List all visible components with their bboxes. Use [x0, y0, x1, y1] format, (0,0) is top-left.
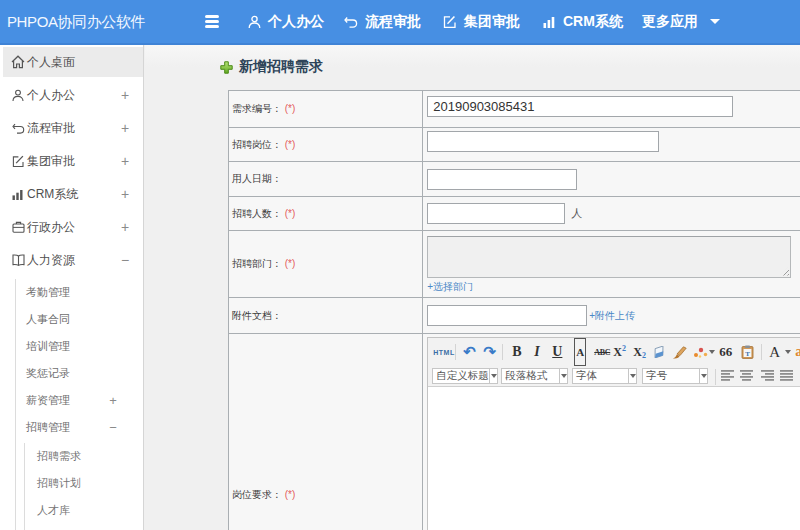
select-value: 段落格式 [502, 369, 559, 383]
sidebar-item-personal-desktop[interactable]: 个人桌面 [3, 47, 143, 77]
underline-icon[interactable]: U [552, 338, 562, 366]
sidebar-subitem-rewards[interactable]: 奖惩记录 [3, 360, 143, 387]
sidebar-item-label: 集团审批 [27, 153, 75, 170]
sidebar-subitem-hr-contract[interactable]: 人事合同 [3, 306, 143, 333]
attachment-upload-link[interactable]: +附件上传 [589, 309, 635, 323]
sidebar-subitem-recruitment[interactable]: 招聘管理 − [3, 414, 143, 441]
sidebar-subitem-attendance[interactable]: 考勤管理 [3, 279, 143, 306]
expand-minus-icon[interactable]: − [103, 420, 123, 435]
magicpen-icon[interactable] [693, 338, 708, 366]
topnav-label: 更多应用 [642, 13, 698, 31]
topnav-group-approval[interactable]: 集团审批 [443, 0, 520, 43]
required-mark: (*) [285, 258, 296, 269]
sidebar-subitem-recruit-demand[interactable]: 招聘需求 [3, 443, 143, 470]
select-department-link[interactable]: +选择部门 [427, 280, 473, 294]
expand-plus-icon[interactable]: + [115, 120, 135, 136]
align-right-icon[interactable] [761, 370, 774, 383]
align-center-icon[interactable] [740, 370, 753, 383]
sidebar-subitem-label: 考勤管理 [26, 285, 70, 300]
font-family-select[interactable]: 字体 [572, 368, 637, 384]
formatbrush-icon[interactable] [672, 338, 687, 366]
select-value: 字体 [573, 369, 628, 383]
headcount-input[interactable] [427, 203, 565, 224]
eraser-icon[interactable] [652, 338, 666, 366]
form-row-position: 招聘岗位： (*) [229, 128, 800, 162]
workflow-icon [344, 15, 358, 29]
html-source-button[interactable]: HTML [433, 338, 454, 366]
rich-text-editor: HTML ↶ ↷ B I U A ABC X2 [427, 337, 800, 530]
sidebar-item-admin-office[interactable]: 行政办公 + [3, 212, 143, 242]
italic-icon[interactable]: I [534, 338, 539, 366]
user-icon [248, 15, 261, 29]
redo-icon[interactable]: ↷ [483, 338, 496, 366]
phpoa-app: PHPOA协同办公软件 个人办公 流程审批 集团审批 [0, 0, 800, 530]
sidebar-item-human-resources[interactable]: 人力资源 − [3, 245, 143, 275]
form-value-cell [423, 128, 800, 162]
home-icon [10, 55, 26, 69]
user-icon [10, 89, 26, 102]
add-plus-icon [220, 61, 233, 74]
sidebar-subitem-label: 培训管理 [26, 339, 70, 354]
position-input[interactable] [427, 131, 659, 152]
sidebar-subitem-talent-pool[interactable]: 人才库 [3, 497, 143, 524]
fontcolor-icon[interactable]: A [769, 338, 780, 366]
form-row-department: 招聘部门： (*) +选择部门 [229, 231, 800, 298]
menu-toggle-icon[interactable] [205, 15, 219, 28]
field-label: 招聘人数： [232, 208, 282, 219]
editor-toolbar-row2: 自定义标题 段落格式 字体 [428, 366, 800, 387]
sidebar-subitem-salary[interactable]: 薪资管理 + [3, 387, 143, 414]
topnav-crm-system[interactable]: CRM系统 [543, 0, 623, 43]
form-label-cell: 用人日期： [229, 162, 423, 197]
editor-content-area[interactable] [428, 388, 800, 530]
fontborder-icon[interactable]: A [574, 338, 586, 366]
sidebar-subitem-recruit-plan[interactable]: 招聘计划 [3, 470, 143, 497]
undo-icon[interactable]: ↶ [463, 338, 476, 366]
sidebar-item-personal-office[interactable]: 个人办公 + [3, 80, 143, 110]
expand-plus-icon[interactable]: + [115, 186, 135, 202]
expand-minus-icon[interactable]: − [115, 252, 135, 268]
resize-grip-icon[interactable] [780, 267, 789, 276]
form-label-cell: 招聘人数： (*) [229, 197, 423, 231]
topnav-label: 流程审批 [365, 13, 421, 31]
font-size-select[interactable]: 字号 [642, 368, 708, 384]
subscript-icon[interactable]: X2 [633, 338, 646, 366]
required-mark: (*) [285, 489, 296, 500]
superscript-icon[interactable]: X2 [613, 338, 626, 366]
expand-plus-icon[interactable]: + [103, 393, 123, 408]
paste-icon[interactable]: T [741, 338, 754, 366]
briefcase-icon [10, 221, 26, 233]
attachment-input[interactable] [427, 305, 587, 326]
bold-icon[interactable]: B [512, 338, 521, 366]
topnav-label: 集团审批 [464, 13, 520, 31]
edit-icon [443, 15, 457, 29]
sidebar-item-workflow-approval[interactable]: 流程审批 + [3, 113, 143, 143]
paragraph-format-select[interactable]: 段落格式 [501, 368, 568, 384]
align-justify-icon[interactable] [780, 370, 793, 383]
strikethrough-icon[interactable]: ABC [594, 338, 610, 366]
hire-date-input[interactable] [427, 169, 577, 190]
topnav-workflow-approval[interactable]: 流程审批 [344, 0, 421, 43]
align-left-icon[interactable] [721, 370, 734, 383]
sidebar-item-crm-system[interactable]: CRM系统 + [3, 179, 143, 209]
blockquote-icon[interactable]: 66 [719, 338, 732, 366]
custom-title-select[interactable]: 自定义标题 [432, 368, 498, 384]
sidebar-item-label: CRM系统 [27, 186, 78, 203]
sidebar-item-label: 人力资源 [27, 252, 75, 269]
highlight-icon[interactable]: a [795, 338, 800, 366]
editor-toolbar: HTML ↶ ↷ B I U A ABC X2 [428, 338, 800, 387]
sidebar-subitem-training[interactable]: 培训管理 [3, 333, 143, 360]
sidebar-item-label: 个人办公 [27, 87, 75, 104]
sidebar-subitem-label: 招聘管理 [26, 420, 70, 435]
chart-icon [543, 15, 556, 28]
expand-plus-icon[interactable]: + [115, 219, 135, 235]
department-textarea[interactable] [427, 236, 791, 278]
topnav-personal-office[interactable]: 个人办公 [248, 0, 324, 43]
topnav-label: 个人办公 [268, 13, 324, 31]
topnav-more-apps[interactable]: 更多应用 [642, 0, 720, 43]
editor-toolbar-row1: HTML ↶ ↷ B I U A ABC X2 [428, 338, 800, 366]
expand-plus-icon[interactable]: + [115, 153, 135, 169]
toolbar-separator [761, 344, 762, 360]
demand-no-input[interactable] [427, 96, 733, 117]
sidebar-item-group-approval[interactable]: 集团审批 + [3, 146, 143, 176]
expand-plus-icon[interactable]: + [115, 87, 135, 103]
